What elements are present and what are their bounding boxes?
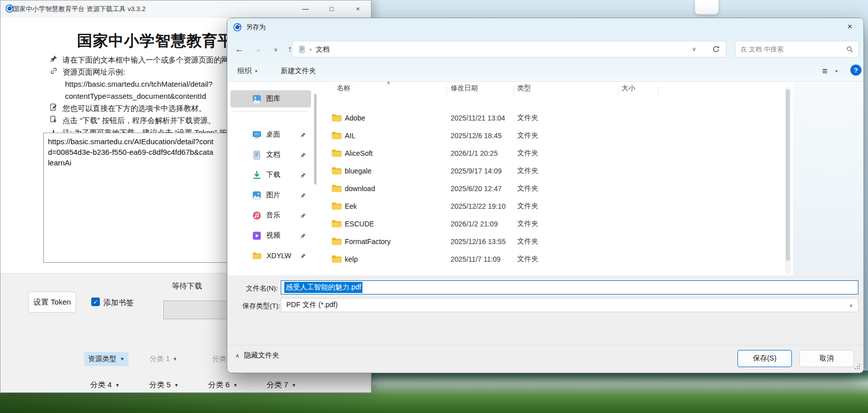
help-icon[interactable]: ?: [850, 65, 861, 76]
chevron-up-icon: ∧: [235, 352, 239, 359]
url-textarea[interactable]: https://basic.smartedu.cn/AIEducation/de…: [43, 133, 231, 263]
pin-icon: [300, 253, 306, 259]
column-divider[interactable]: [447, 86, 447, 97]
sidebar-item-music[interactable]: 音乐: [230, 207, 311, 224]
sidebar-item-desktop[interactable]: 桌面: [230, 126, 311, 143]
file-name: AIL: [345, 132, 355, 140]
click-download-icon: [49, 115, 58, 123]
category-5-dropdown[interactable]: 分类 5 ▼: [149, 380, 178, 390]
sidebar-item-downloads[interactable]: 下载: [230, 166, 311, 184]
file-name: Eek: [345, 202, 357, 210]
savetype-select[interactable]: PDF 文件 (*.pdf) ∨: [281, 298, 858, 312]
table-row[interactable]: Adobe 2025/11/21 13:04 文件夹: [326, 109, 790, 127]
hide-folders-label: 隐藏文件夹: [244, 351, 279, 360]
save-button[interactable]: 保存(S): [737, 350, 792, 367]
refresh-icon[interactable]: [712, 45, 720, 53]
category-4-dropdown[interactable]: 分类 4 ▼: [90, 380, 119, 390]
category-6-label: 分类 6: [208, 380, 230, 390]
main-titlebar[interactable]: 国家中小学智慧教育平台 资源下载工具 v3.3.2 — □ ×: [1, 1, 371, 18]
close-icon[interactable]: ×: [839, 19, 860, 34]
sidebar-item-videos[interactable]: 视频: [230, 227, 311, 244]
bookmark-checkbox[interactable]: ✓: [91, 298, 100, 306]
folder-icon: [332, 114, 342, 122]
folder-icon: [332, 202, 342, 210]
category-7-dropdown[interactable]: 分类 7 ▼: [267, 380, 296, 390]
column-divider[interactable]: [514, 86, 514, 97]
column-divider[interactable]: [658, 86, 659, 97]
column-header-name[interactable]: 名称: [337, 84, 350, 99]
category-1-dropdown[interactable]: 分类 1 ▼: [150, 355, 177, 364]
folder-icon: [332, 149, 342, 157]
file-type: 文件夹: [517, 113, 538, 123]
sidebar-item-label: 桌面: [266, 130, 280, 139]
hide-folders-button[interactable]: ∧ 隐藏文件夹: [235, 351, 279, 360]
breadcrumb-current[interactable]: 文档: [316, 45, 330, 54]
filename-input[interactable]: 感受人工智能的魅力.pdf: [281, 280, 858, 294]
chevron-down-icon: ▼: [233, 383, 238, 388]
table-row[interactable]: AIL 2025/12/6 18:45 文件夹: [326, 127, 790, 144]
sidebar-item-documents[interactable]: 文档: [230, 146, 311, 163]
category-6-dropdown[interactable]: 分类 6 ▼: [208, 380, 237, 390]
sidebar-item-pictures[interactable]: 图片: [230, 187, 311, 204]
file-name: ESCUDE: [345, 220, 374, 228]
bookmark-checkbox-label[interactable]: 添加书签: [103, 298, 134, 308]
resource-type-label: 资源类型: [88, 355, 116, 364]
table-row[interactable]: Eek 2025/12/22 19:10 文件夹: [326, 197, 790, 215]
pin-icon: [300, 132, 306, 138]
resize-grip[interactable]: [854, 364, 860, 370]
sidebar-item-label: 下载: [266, 170, 280, 180]
savetype-label: 保存类型(T):: [242, 302, 280, 311]
view-mode-icon[interactable]: ≡: [822, 63, 828, 80]
pin-icon: [300, 172, 306, 178]
app-logo-icon: [233, 23, 241, 31]
file-date: 2025/12/6 18:45: [451, 132, 502, 140]
file-date: 2026/1/1 20:25: [451, 149, 498, 157]
column-divider[interactable]: [618, 86, 618, 97]
column-header-date[interactable]: 修改日期: [451, 84, 478, 99]
search-input[interactable]: 在 文档 中搜索: [735, 41, 859, 57]
sidebar-item-label: XDYLW: [267, 252, 291, 260]
column-header-size[interactable]: 大小: [622, 84, 635, 99]
maximize-icon[interactable]: □: [319, 1, 345, 17]
instruction-text: 点击 “下载” 按钮后，程序会解析并下载资源。: [63, 115, 215, 125]
back-icon[interactable]: ←: [231, 41, 247, 57]
sidebar-item-gallery[interactable]: 图库: [230, 90, 311, 107]
address-dropdown-chevron-icon[interactable]: ∨: [692, 46, 696, 52]
dialog-titlebar[interactable]: 另存为: [233, 23, 266, 32]
sidebar-item-label: 图片: [266, 191, 280, 200]
sidebar-scrollbar[interactable]: [314, 89, 317, 270]
minimize-icon[interactable]: —: [292, 1, 319, 17]
table-row[interactable]: FormatFactory 2025/12/16 13:55 文件夹: [326, 232, 790, 250]
downloads-icon: [253, 171, 261, 180]
file-list-scrollbar[interactable]: [785, 87, 791, 274]
url-line: d=00854d3e-b236-f550-ea69-c8df9c4fd67b&c…: [48, 147, 226, 157]
chevron-down-icon: ▼: [115, 383, 120, 388]
cancel-button[interactable]: 取消: [799, 350, 854, 367]
organize-button[interactable]: 组织 ▾: [237, 63, 258, 80]
resource-type-dropdown[interactable]: 资源类型 ▼: [84, 352, 129, 366]
address-bar[interactable]: › 文档 ∨: [292, 41, 726, 57]
view-mode-chevron-icon[interactable]: ▾: [835, 63, 838, 80]
table-row[interactable]: kelp 2025/11/7 11:09 文件夹: [326, 250, 790, 268]
dialog-title: 另存为: [246, 23, 266, 32]
new-folder-label: 新建文件夹: [281, 67, 316, 76]
sidebar-separator: [232, 111, 308, 111]
new-folder-button[interactable]: 新建文件夹: [281, 63, 316, 80]
set-token-button[interactable]: 设置 Token: [28, 291, 76, 313]
table-row[interactable]: download 2025/6/20 12:47 文件夹: [326, 180, 790, 197]
forward-icon[interactable]: →: [250, 41, 266, 57]
sidebar-item-xdylw[interactable]: XDYLW: [230, 247, 311, 264]
close-icon[interactable]: ×: [345, 1, 371, 17]
pin-icon: [300, 193, 306, 198]
gallery-icon: [253, 95, 261, 103]
table-row[interactable]: bluegale 2025/9/17 14:09 文件夹: [326, 162, 790, 180]
search-icon: [846, 46, 853, 53]
column-header-type[interactable]: 类型: [517, 84, 531, 99]
table-row[interactable]: AliceSoft 2026/1/1 20:25 文件夹: [326, 144, 790, 162]
footer-divider: [227, 345, 863, 345]
file-name: FormatFactory: [345, 238, 391, 246]
instruction-text: 您也可以直接在下方的选项卡中选择教材。: [63, 103, 206, 113]
pin-icon: [300, 213, 306, 218]
file-type: 文件夹: [517, 149, 538, 158]
table-row[interactable]: ESCUDE 2026/1/2 21:09 文件夹: [326, 215, 790, 232]
